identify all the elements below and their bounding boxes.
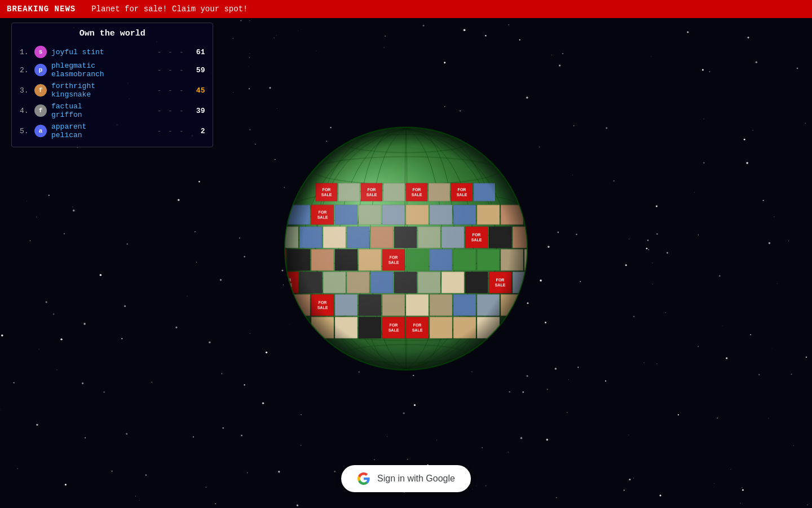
leaderboard-player-name: joyful stint [51,48,116,56]
leaderboard-score: 59 [189,66,205,75]
leaderboard-avatar: f [34,104,47,117]
breaking-news-text: Planet for sale! Claim your spot! [82,5,257,14]
leaderboard-dots: - - - [120,48,184,56]
leaderboard-player-name: apparent pelican [51,122,116,139]
leaderboard-row: 3. f forthright kingsnake - - - 45 [20,80,205,100]
leaderboard-avatar: p [34,64,47,76]
leaderboard: Own the world 1. s joyful stint - - - 61… [11,23,213,147]
leaderboard-rank: 1. [20,48,30,56]
leaderboard-score: 45 [189,86,205,95]
leaderboard-title: Own the world [20,29,205,38]
leaderboard-avatar: a [34,125,47,137]
leaderboard-dots: - - - [120,127,184,135]
google-signin-button[interactable]: Sign in with Google [341,465,471,492]
google-g-icon [357,472,370,485]
leaderboard-rank: 4. [20,107,30,115]
leaderboard-player-name: forthright kingsnake [51,82,116,99]
leaderboard-dots: - - - [120,86,184,95]
leaderboard-avatar: f [34,84,47,97]
leaderboard-dots: - - - [120,107,184,115]
leaderboard-player-name: factual griffon [51,102,116,119]
google-signin-label: Sign in with Google [377,474,455,484]
leaderboard-score: 39 [189,107,205,115]
leaderboard-avatar: s [34,46,47,58]
leaderboard-row: 1. s joyful stint - - - 61 [20,44,205,60]
leaderboard-row: 5. a apparent pelican - - - 2 [20,121,205,141]
breaking-news-label: BREAKING NEWS [0,5,82,14]
breaking-news-bar: BREAKING NEWS Planet for sale! Claim you… [0,0,812,18]
leaderboard-row: 4. f factual griffon - - - 39 [20,100,205,121]
leaderboard-score: 61 [189,48,205,56]
leaderboard-rank: 2. [20,66,30,75]
leaderboard-row: 2. p phlegmatic elasmobranch - - - 59 [20,60,205,80]
leaderboard-rank: 5. [20,127,30,135]
leaderboard-dots: - - - [120,66,184,75]
leaderboard-rank: 3. [20,86,30,95]
leaderboard-player-name: phlegmatic elasmobranch [51,62,116,78]
leaderboard-score: 2 [189,127,205,135]
